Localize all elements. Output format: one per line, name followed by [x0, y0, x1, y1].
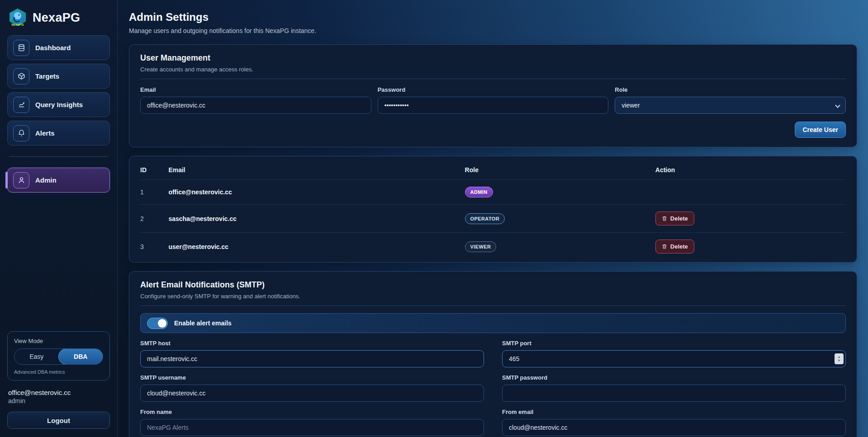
smtp-host-field[interactable]	[140, 350, 484, 367]
sidebar-item-label: Targets	[35, 72, 59, 80]
sidebar-item-targets[interactable]: Targets	[7, 64, 110, 89]
page-title: Admin Settings	[129, 11, 857, 23]
from-email-label: From email	[502, 409, 846, 415]
column-header-action: Action	[655, 159, 846, 180]
sidebar-divider	[9, 156, 108, 157]
trash-icon	[662, 216, 667, 221]
svg-text:NexaPG: NexaPG	[12, 23, 24, 26]
trash-icon	[662, 244, 667, 249]
delete-user-button[interactable]: Delete	[655, 211, 694, 226]
sidebar-item-query-insights[interactable]: Query Insights	[7, 92, 110, 117]
cube-icon	[13, 68, 29, 85]
enable-alert-emails-panel: Enable alert emails	[140, 313, 846, 333]
user-management-subtitle: Create accounts and manage access roles.	[140, 66, 846, 73]
role-field-group: Role viewer	[615, 86, 846, 114]
role-badge-operator: OPERATOR	[465, 213, 505, 224]
column-header-email: Email	[168, 159, 465, 180]
email-label: Email	[140, 86, 371, 93]
smtp-host-label: SMTP host	[140, 340, 484, 347]
column-header-role: Role	[465, 159, 655, 180]
main-content: Admin Settings Manage users and outgoing…	[118, 0, 868, 437]
role-label: Role	[615, 86, 846, 93]
email-field[interactable]	[140, 97, 371, 114]
smtp-username-group: SMTP username	[140, 374, 484, 402]
brand: NexaPG NexaPG	[7, 6, 110, 35]
view-mode-caption: Advanced DBA metrics	[14, 369, 103, 375]
smtp-password-group: SMTP password	[502, 374, 846, 402]
current-user-role: admin	[7, 396, 110, 412]
password-field[interactable]	[378, 97, 609, 114]
table-row: 1 office@nesterovic.cc ADMIN	[140, 180, 846, 205]
user-management-title: User Management	[140, 53, 846, 63]
smtp-port-group: SMTP port ▲▼	[502, 340, 846, 367]
delete-user-button[interactable]: Delete	[655, 240, 694, 254]
user-id: 3	[140, 233, 168, 261]
table-row: 3 user@nesterovic.cc VIEWER Delete	[140, 233, 846, 261]
logout-button[interactable]: Logout	[7, 412, 110, 429]
view-mode-label: View Mode	[14, 338, 103, 344]
user-email: sascha@nesterovic.cc	[168, 205, 465, 233]
divider	[140, 305, 846, 306]
smtp-host-group: SMTP host	[140, 340, 484, 367]
smtp-password-label: SMTP password	[502, 374, 846, 381]
user-management-card: User Management Create accounts and mana…	[129, 44, 857, 147]
database-icon	[13, 40, 29, 56]
enable-alert-emails-toggle[interactable]	[147, 318, 168, 329]
sidebar-item-label: Query Insights	[35, 101, 83, 108]
smtp-username-label: SMTP username	[140, 374, 484, 381]
current-user-email: office@nesterovic.cc	[7, 389, 110, 396]
email-field-group: Email	[140, 86, 371, 114]
view-mode-segmented-control: Easy DBA	[14, 348, 103, 365]
divider	[140, 79, 846, 79]
smtp-title: Alert Email Notifications (SMTP)	[140, 280, 846, 290]
page-subtitle: Manage users and outgoing notifications …	[129, 27, 857, 34]
nexapg-logo-icon: NexaPG	[8, 8, 27, 27]
smtp-subtitle: Configure send-only SMTP for warning and…	[140, 293, 846, 300]
action-cell-empty	[655, 180, 846, 205]
from-email-group: From email	[502, 409, 846, 436]
from-name-group: From name	[140, 409, 484, 436]
smtp-card: Alert Email Notifications (SMTP) Configu…	[129, 271, 857, 437]
number-spinner-icon[interactable]: ▲▼	[835, 353, 844, 364]
brand-title: NexaPG	[33, 11, 80, 25]
column-header-id: ID	[140, 159, 168, 180]
user-icon	[13, 172, 29, 188]
sidebar-nav: Dashboard Targets Query Insights Alerts	[7, 35, 110, 193]
role-badge-viewer: VIEWER	[465, 241, 497, 252]
password-field-group: Password	[378, 86, 609, 114]
role-badge-admin: ADMIN	[465, 187, 493, 197]
sidebar-item-admin[interactable]: Admin	[7, 168, 110, 193]
users-table: ID Email Role Action 1 office@nesterovic…	[140, 159, 846, 260]
sidebar: NexaPG NexaPG Dashboard Targets Query In…	[0, 0, 118, 437]
user-email: office@nesterovic.cc	[168, 180, 465, 205]
from-email-field[interactable]	[502, 419, 846, 436]
sidebar-item-label: Dashboard	[35, 44, 71, 52]
smtp-username-field[interactable]	[140, 385, 484, 402]
users-table-card: ID Email Role Action 1 office@nesterovic…	[129, 156, 857, 263]
user-id: 2	[140, 205, 168, 233]
sidebar-item-label: Admin	[35, 176, 57, 184]
smtp-port-label: SMTP port	[502, 340, 846, 347]
smtp-port-field[interactable]	[502, 350, 846, 367]
view-mode-card: View Mode Easy DBA Advanced DBA metrics	[7, 331, 110, 381]
sidebar-item-label: Alerts	[35, 129, 55, 137]
role-select[interactable]: viewer	[615, 97, 846, 114]
enable-alert-emails-label: Enable alert emails	[174, 320, 232, 327]
table-row: 2 sascha@nesterovic.cc OPERATOR Delete	[140, 205, 846, 233]
from-name-label: From name	[140, 409, 484, 415]
from-name-field[interactable]	[140, 419, 484, 436]
user-email: user@nesterovic.cc	[168, 233, 465, 261]
password-label: Password	[378, 86, 609, 93]
sidebar-item-dashboard[interactable]: Dashboard	[7, 35, 110, 60]
view-mode-dba-button[interactable]: DBA	[58, 348, 104, 365]
sidebar-item-alerts[interactable]: Alerts	[7, 121, 110, 146]
bell-icon	[13, 125, 29, 141]
view-mode-easy-button[interactable]: Easy	[14, 349, 59, 364]
user-id: 1	[140, 180, 168, 205]
create-user-button[interactable]: Create User	[795, 122, 846, 138]
smtp-password-field[interactable]	[502, 385, 846, 402]
chart-line-icon	[13, 97, 29, 113]
